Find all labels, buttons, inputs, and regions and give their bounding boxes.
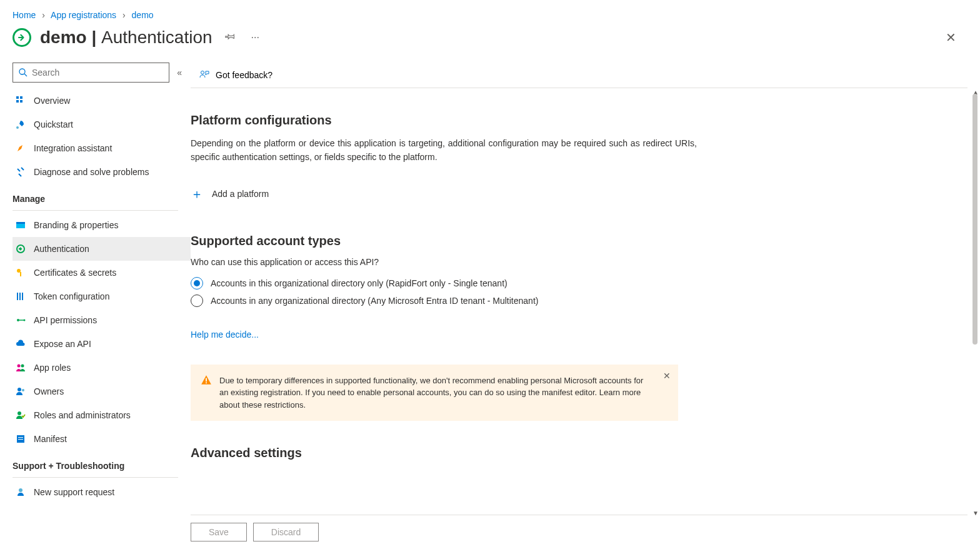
radio-icon [191,295,203,307]
sidebar-item-new-support[interactable]: New support request [12,480,191,504]
sidebar-item-owners[interactable]: Owners [12,380,191,403]
feedback-icon [199,70,209,80]
roles-icon [15,362,26,373]
search-icon [18,68,28,78]
discard-button[interactable]: Discard [253,523,319,541]
sidebar-item-label: Token configuration [34,291,109,301]
scrollbar[interactable] [971,94,978,511]
rocket-icon [15,119,26,130]
page-header: demo | Authentication ··· ✕ [0,25,980,63]
breadcrumb-demo[interactable]: demo [132,10,154,20]
sidebar-item-roles-admins[interactable]: Roles and administrators [12,403,191,427]
support-icon [15,486,26,498]
breadcrumb-app-registrations[interactable]: App registrations [51,10,116,20]
radio-icon [191,277,203,290]
chevron-right-icon: › [122,10,126,20]
svg-rect-5 [20,100,22,103]
svg-rect-29 [206,382,207,383]
sidebar-item-api-permissions[interactable]: API permissions [12,308,191,332]
scrollbar-thumb[interactable] [972,94,978,345]
svg-rect-11 [20,272,21,276]
platform-description: Depending on the platform or device this… [191,136,697,164]
radio-label: Accounts in this organizational director… [211,278,508,288]
rocket-orange-icon [15,143,26,154]
sidebar-item-quickstart[interactable]: Quickstart [12,113,191,136]
api-icon [15,315,26,326]
sidebar-item-label: Overview [34,96,70,106]
alert-text: Due to temporary differences in supporte… [219,375,653,411]
alert-close-button[interactable]: ✕ [663,371,671,381]
sidebar-item-label: Roles and administrators [34,410,131,420]
svg-rect-2 [16,96,19,99]
svg-rect-25 [18,439,23,440]
sidebar-item-label: API permissions [34,315,97,325]
sidebar-item-label: Diagnose and solve problems [34,167,149,177]
platform-heading: Platform configurations [191,113,697,128]
sidebar-item-certificates[interactable]: Certificates & secrets [12,261,191,285]
sidebar-item-label: Branding & properties [34,220,118,230]
sidebar-item-integration-assistant[interactable]: Integration assistant [12,136,191,160]
main-content: Got feedback? Platform configurations De… [191,63,980,549]
svg-rect-28 [206,378,207,381]
sidebar-item-manifest[interactable]: Manifest [12,427,191,451]
svg-point-6 [16,126,19,129]
sidebar-item-label: Owners [34,386,64,396]
app-icon [12,28,31,47]
pin-button[interactable] [221,28,239,48]
sidebar-item-diagnose[interactable]: Diagnose and solve problems [12,160,191,184]
sidebar-item-token-config[interactable]: Token configuration [12,285,191,308]
sidebar-item-label: Certificates & secrets [34,268,116,278]
divider [12,210,178,211]
auth-icon [15,243,26,254]
svg-point-15 [17,319,19,321]
chevron-right-icon: › [42,10,45,20]
save-button[interactable]: Save [191,523,247,541]
svg-rect-14 [22,293,23,300]
svg-rect-24 [18,437,23,438]
close-button[interactable]: ✕ [941,25,961,50]
svg-point-0 [19,69,25,74]
advanced-settings-heading: Advanced settings [191,446,697,460]
breadcrumb: Home › App registrations › demo [0,0,980,25]
sidebar-item-authentication[interactable]: Authentication [12,237,191,261]
svg-point-19 [21,365,24,368]
footer-bar: Save Discard [191,515,968,549]
svg-point-20 [18,388,21,391]
account-types-question: Who can use this application or access t… [191,257,697,267]
sidebar-item-expose-api[interactable]: Expose an API [12,332,191,356]
wrench-icon [15,166,26,178]
help-me-decide-link[interactable]: Help me decide... [191,330,259,340]
breadcrumb-home[interactable]: Home [12,10,36,20]
sidebar-item-label: Integration assistant [34,143,112,153]
sidebar-item-label: Quickstart [34,119,73,129]
radio-single-tenant[interactable]: Accounts in this organizational director… [191,277,697,290]
search-input[interactable] [12,63,169,83]
divider [12,477,178,478]
sidebar-item-label: Expose an API [34,339,91,349]
radio-label: Accounts in any organizational directory… [211,296,538,306]
collapse-sidebar-button[interactable]: « [174,65,184,80]
sidebar: « Overview Quickstart Integration assist… [0,63,191,549]
sidebar-item-app-roles[interactable]: App roles [12,356,191,380]
sidebar-section-manage: Manage [12,184,191,208]
sidebar-item-overview[interactable]: Overview [12,89,191,113]
sidebar-item-label: New support request [34,487,114,497]
more-button[interactable]: ··· [248,28,263,47]
svg-line-1 [24,74,27,76]
manifest-icon [15,433,26,445]
overview-icon [15,95,26,106]
add-platform-button[interactable]: ＋ Add a platform [191,179,269,209]
svg-point-22 [18,411,21,415]
svg-point-17 [24,320,26,321]
radio-multi-tenant[interactable]: Accounts in any organizational directory… [191,295,697,307]
cloud-icon [15,338,26,350]
token-icon [15,291,26,302]
svg-rect-4 [16,100,19,103]
branding-icon [15,219,26,231]
svg-rect-12 [17,293,18,300]
got-feedback-button[interactable]: Got feedback? [191,65,281,85]
scroll-down-arrow[interactable]: ▼ [972,510,979,516]
svg-rect-3 [20,96,22,99]
svg-point-21 [22,389,24,391]
sidebar-item-branding[interactable]: Branding & properties [12,213,191,237]
